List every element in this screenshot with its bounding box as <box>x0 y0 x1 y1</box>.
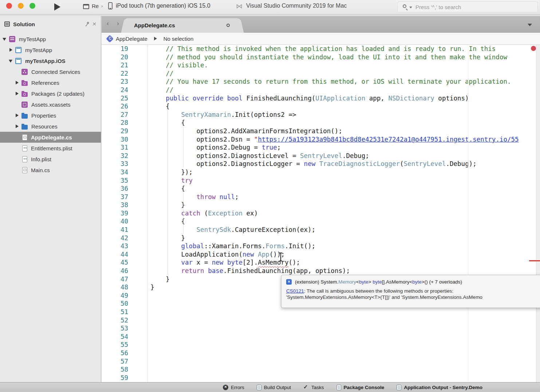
code-line-53[interactable]: 53 <box>102 324 540 333</box>
tree-item-properties[interactable]: Properties <box>0 110 101 121</box>
tree-item-resources[interactable]: Resources <box>0 121 101 132</box>
run-button[interactable] <box>54 3 60 11</box>
tree-item-entitlements-plist[interactable]: Entitlements.plist <box>0 143 101 154</box>
navigate-back-button[interactable]: ‹ <box>107 20 109 27</box>
tree-item-label: Entitlements.plist <box>31 145 72 151</box>
code-line-20[interactable]: 20 // method you should instantiate the … <box>102 53 540 62</box>
disclosure-right-icon[interactable] <box>15 124 21 128</box>
tab-title: AppDelegate.cs <box>134 22 175 28</box>
code-line-55[interactable]: 55 <box>102 341 540 349</box>
code-line-21[interactable]: 21 // visible. <box>102 61 540 70</box>
editor-scrollbar[interactable] <box>536 45 540 382</box>
disclosure-right-icon[interactable] <box>15 91 21 96</box>
diagnostic-code-link[interactable]: CS0121 <box>286 288 304 294</box>
code-line-24[interactable]: 24 // <box>102 86 540 94</box>
line-number: 48 <box>102 283 128 292</box>
tab-appdelegate[interactable]: AppDelegate.cs <box>127 18 237 33</box>
disclosure-down-icon[interactable] <box>2 37 8 41</box>
tree-item-label: Main.cs <box>31 167 50 173</box>
bottom-pad-package-console[interactable]: Package Console <box>336 385 385 390</box>
line-number: 42 <box>102 234 128 242</box>
tree-item-mytestapp[interactable]: myTestApp <box>0 33 101 44</box>
search-input[interactable]: Press '^,' to search <box>398 1 538 12</box>
bottom-pad-tasks[interactable]: Tasks <box>303 385 324 390</box>
tree-item-label: Connected Services <box>31 69 80 75</box>
line-number: 19 <box>102 45 128 53</box>
window-close-button[interactable] <box>6 3 12 9</box>
line-number: 45 <box>102 258 128 267</box>
tree-item-mytestapp[interactable]: myTestApp <box>0 44 101 55</box>
tree-item-label: Assets.xcassets <box>31 102 71 108</box>
plist-file-icon <box>22 156 27 162</box>
line-number: 20 <box>102 53 128 62</box>
line-number: 36 <box>102 185 128 193</box>
tree-indent-spacer <box>15 135 21 139</box>
tree-item-references[interactable]: References <box>0 77 101 88</box>
code-line-59[interactable]: 59 <box>102 374 540 382</box>
line-number: 38 <box>102 201 128 209</box>
tab-list-chevron-icon[interactable] <box>528 24 532 26</box>
tree-item-assets-xcassets[interactable]: Assets.xcassets <box>0 99 101 110</box>
disclosure-right-icon[interactable] <box>15 80 21 85</box>
disclosure-down-icon[interactable] <box>8 59 15 63</box>
window-minimize-button[interactable] <box>18 3 24 9</box>
navigate-forward-button[interactable]: › <box>117 20 119 27</box>
line-number: 21 <box>102 61 128 70</box>
folder-purple-icon <box>21 81 28 86</box>
bottom-pad-build-output[interactable]: Build Output <box>257 385 291 390</box>
tree-item-mytestapp-ios[interactable]: myTestApp.iOS <box>0 55 101 66</box>
code-line-51[interactable]: 51 <box>102 308 540 316</box>
code-line-57[interactable]: 57 <box>102 357 540 366</box>
disclosure-right-icon[interactable] <box>15 113 21 118</box>
device-icon <box>108 2 113 9</box>
tree-item-main-cs[interactable]: Main.cs <box>0 165 101 175</box>
search-icon <box>403 4 406 8</box>
code-line-19[interactable]: 19 // This method is invoked when the ap… <box>102 45 540 53</box>
tree-item-appdelegate-cs[interactable]: AppDelegate.cs <box>0 132 101 143</box>
csharp-class-icon <box>106 35 114 42</box>
code-line-52[interactable]: 52 <box>102 316 540 325</box>
run-configuration-selector[interactable]: Re <box>92 3 99 9</box>
tree-item-info-plist[interactable]: Info.plist <box>0 154 101 165</box>
line-number: 44 <box>102 250 128 259</box>
code-line-25[interactable]: 25 public override bool FinishedLaunchin… <box>102 94 540 103</box>
search-scope-chevron-icon[interactable] <box>409 7 412 8</box>
error-circle-icon <box>223 385 228 390</box>
plist-file-icon <box>22 145 27 151</box>
code-line-23[interactable]: 23 // You have 17 seconds to return from… <box>102 78 540 86</box>
disclosure-right-icon[interactable] <box>8 48 15 52</box>
tooltip-signature: (extension) System.Memory<byte> byte[].A… <box>295 279 462 285</box>
line-number: 55 <box>102 341 128 349</box>
code-line-56[interactable]: 56 <box>102 349 540 357</box>
line-number: 46 <box>102 267 128 275</box>
error-indicator-icon[interactable] <box>531 46 536 51</box>
tree-item-packages-2-updates[interactable]: Packages (2 updates) <box>0 88 101 99</box>
code-line-58[interactable]: 58 <box>102 365 540 374</box>
tree-indent-spacer <box>15 146 21 150</box>
breadcrumb-selection[interactable]: No selection <box>163 36 194 42</box>
code-editor[interactable]: 19 // This method is invoked when the ap… <box>102 45 540 382</box>
solution-pad-icon <box>4 21 10 27</box>
window-zoom-button[interactable] <box>29 3 35 9</box>
code-line-54[interactable]: 54 <box>102 333 540 341</box>
scrollbar-error-marker[interactable] <box>529 260 540 261</box>
code-line-26[interactable]: 26 { <box>102 102 540 111</box>
line-number: 51 <box>102 308 128 316</box>
error-token[interactable]: AsMemory <box>258 259 288 266</box>
code-line-22[interactable]: 22 // <box>102 70 540 78</box>
bottom-pad-errors[interactable]: Errors <box>223 385 244 390</box>
device-selector[interactable]: iPod touch (7th generation) iOS 15.0 <box>116 3 210 9</box>
tree-item-label: Packages (2 updates) <box>31 91 84 97</box>
close-icon[interactable]: ✕ <box>92 21 96 27</box>
line-number: 59 <box>102 374 128 382</box>
tree-item-connected-services[interactable]: Connected Services <box>0 66 101 77</box>
pin-icon[interactable] <box>83 20 91 28</box>
line-number: 40 <box>102 217 128 226</box>
breadcrumb-class[interactable]: AppDelegate <box>116 36 147 42</box>
unsaved-indicator-icon[interactable] <box>226 24 230 27</box>
bottom-pad-label: Tasks <box>311 385 324 390</box>
bottom-pad-application-output-sentry-demo[interactable]: Application Output - Sentry.Demo <box>397 385 482 390</box>
line-number: 28 <box>102 119 128 127</box>
dsn-url-link[interactable]: https://5a193123a9b841bc8d8e42531e7242a1… <box>258 136 519 143</box>
solution-pad: Solution ✕ myTestAppmyTestAppmyTestApp.i… <box>0 16 101 382</box>
